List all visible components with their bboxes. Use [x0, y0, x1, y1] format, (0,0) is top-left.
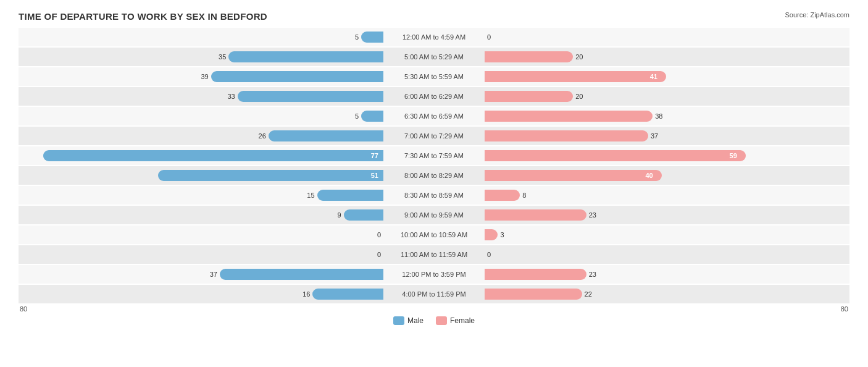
row-time-label: 9:00 AM to 9:59 AM — [404, 211, 464, 219]
female-value: 23 — [589, 271, 596, 278]
female-value: 41 — [650, 73, 657, 80]
male-value: 0 — [377, 251, 381, 258]
row-time-label: 5:30 AM to 5:59 AM — [404, 73, 464, 80]
male-bar — [317, 190, 383, 201]
female-bar — [485, 209, 586, 221]
row-time-label: 8:00 AM to 8:29 AM — [404, 172, 464, 179]
axis-left: 80 — [20, 305, 27, 313]
female-bar — [485, 229, 498, 240]
male-bar — [361, 111, 383, 122]
female-swatch — [436, 316, 447, 325]
male-value: 77 — [371, 152, 378, 159]
female-bar — [485, 289, 582, 300]
chart-row: 8:00 AM to 8:29 AM5140 — [19, 166, 849, 185]
female-value: 20 — [575, 93, 583, 100]
female-value: 0 — [487, 251, 491, 258]
chart-row: 4:00 PM to 11:59 PM1622 — [19, 285, 849, 303]
row-time-label: 7:30 AM to 7:59 AM — [404, 152, 464, 159]
male-value: 16 — [303, 290, 310, 298]
male-swatch — [393, 316, 404, 325]
female-value: 59 — [730, 152, 737, 159]
male-bar — [211, 71, 383, 82]
row-time-label: 4:00 PM to 11:59 PM — [402, 290, 465, 298]
female-value: 22 — [585, 290, 592, 298]
chart-row: 11:00 AM to 11:59 AM00 — [19, 245, 849, 264]
male-bar — [238, 91, 383, 102]
female-value: 20 — [575, 53, 583, 61]
chart-row: 12:00 AM to 4:59 AM50 — [19, 28, 849, 46]
male-bar — [228, 51, 383, 62]
row-time-label: 6:00 AM to 6:29 AM — [404, 93, 464, 100]
male-bar — [344, 209, 383, 221]
chart-row: 9:00 AM to 9:59 AM923 — [19, 206, 849, 224]
female-bar — [485, 111, 653, 122]
female-bar — [485, 71, 666, 82]
chart-row: 6:00 AM to 6:29 AM3320 — [19, 87, 849, 106]
row-time-label: 7:00 AM to 7:29 AM — [404, 132, 464, 140]
male-value: 51 — [371, 172, 378, 179]
male-bar — [43, 150, 384, 161]
row-time-label: 10:00 AM to 10:59 AM — [401, 231, 467, 238]
chart-row: 7:00 AM to 7:29 AM2637 — [19, 127, 849, 145]
chart-row: 7:30 AM to 7:59 AM7759 — [19, 146, 849, 165]
female-bar — [485, 269, 586, 280]
male-bar — [158, 170, 383, 181]
chart-row: 5:00 AM to 5:29 AM3520 — [19, 48, 849, 66]
legend: Male Female — [19, 316, 849, 325]
female-bar — [485, 130, 648, 141]
chart-row: 12:00 PM to 3:59 PM3723 — [19, 265, 849, 284]
source-text: Source: ZipAtlas.com — [785, 11, 849, 19]
male-value: 15 — [307, 192, 314, 199]
male-label: Male — [407, 316, 424, 325]
male-value: 37 — [210, 271, 217, 278]
male-value: 39 — [201, 73, 208, 80]
chart-area: 12:00 AM to 4:59 AM505:00 AM to 5:29 AM3… — [19, 28, 849, 303]
female-bar — [485, 51, 573, 62]
male-value: 5 — [355, 112, 359, 120]
female-value: 0 — [487, 33, 491, 41]
female-value: 37 — [651, 132, 658, 140]
male-value: 5 — [355, 33, 359, 41]
row-time-label: 12:00 AM to 4:59 AM — [403, 33, 465, 41]
female-bar — [485, 91, 573, 102]
male-value: 33 — [227, 93, 235, 100]
female-value: 8 — [522, 192, 526, 199]
row-time-label: 6:30 AM to 6:59 AM — [404, 112, 464, 120]
male-value: 0 — [377, 231, 381, 238]
female-bar — [485, 190, 520, 201]
male-value: 26 — [259, 132, 266, 140]
chart-row: 6:30 AM to 6:59 AM538 — [19, 107, 849, 125]
male-bar — [220, 269, 383, 280]
legend-female: Female — [436, 316, 475, 325]
male-value: 35 — [219, 53, 226, 61]
male-value: 9 — [337, 211, 341, 219]
chart-container: TIME OF DEPARTURE TO WORK BY SEX IN BEDF… — [0, 0, 868, 367]
row-time-label: 5:00 AM to 5:29 AM — [404, 53, 464, 61]
female-value: 40 — [646, 172, 653, 179]
axis-right: 80 — [841, 305, 848, 313]
row-time-label: 11:00 AM to 11:59 AM — [401, 251, 467, 258]
row-time-label: 8:30 AM to 8:59 AM — [404, 192, 464, 199]
legend-male: Male — [393, 316, 424, 325]
row-time-label: 12:00 PM to 3:59 PM — [402, 271, 465, 278]
male-bar — [312, 289, 383, 300]
axis-labels: 80 80 — [19, 305, 849, 313]
female-value: 23 — [589, 211, 596, 219]
chart-row: 8:30 AM to 8:59 AM158 — [19, 186, 849, 205]
male-bar — [269, 130, 383, 141]
chart-row: 10:00 AM to 10:59 AM03 — [19, 226, 849, 244]
female-bar — [485, 170, 662, 181]
male-bar — [361, 32, 383, 43]
female-value: 38 — [655, 112, 662, 120]
female-value: 3 — [500, 231, 504, 238]
female-bar — [485, 150, 746, 161]
chart-row: 5:30 AM to 5:59 AM3941 — [19, 67, 849, 86]
chart-title: TIME OF DEPARTURE TO WORK BY SEX IN BEDF… — [19, 11, 849, 22]
female-label: Female — [450, 316, 475, 325]
